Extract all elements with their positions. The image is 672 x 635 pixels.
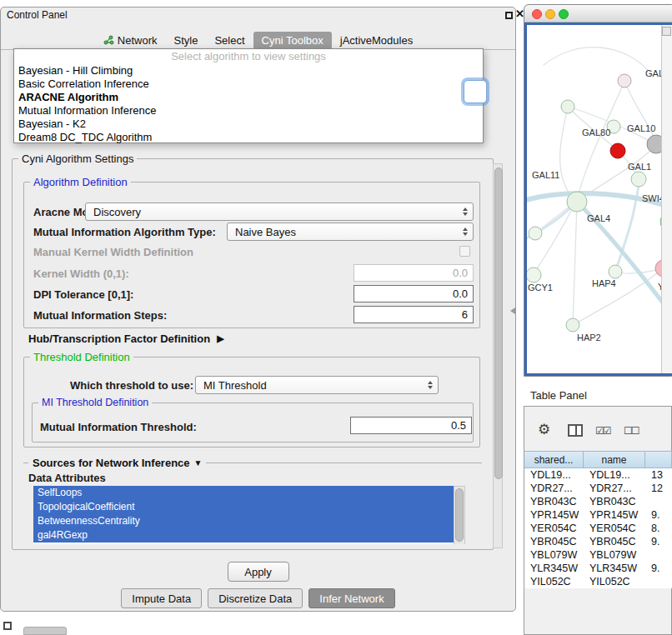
node-red[interactable] xyxy=(610,143,625,158)
network-graph-canvas[interactable]: GAL8 GAL80 GAL10 GAL11 GAL1 SWI4 GAL4 GC… xyxy=(527,25,662,373)
dpi-tolerance-field[interactable]: 0.0 xyxy=(354,285,474,302)
cell-name: YIL052C xyxy=(584,575,645,588)
menu-item[interactable]: Bayesian - K2 xyxy=(14,118,483,131)
chevron-right-icon: ▶ xyxy=(217,333,223,344)
apply-bar: Apply xyxy=(0,562,516,580)
zoom-traffic-icon[interactable] xyxy=(559,9,569,19)
table-row[interactable]: YER054C YER054C 8. xyxy=(524,522,672,535)
attribute-item-selected[interactable]: gal4RGexp xyxy=(33,528,459,542)
node[interactable] xyxy=(566,318,579,332)
apply-button[interactable]: Apply xyxy=(228,562,289,582)
select-all-columns-icon[interactable]: ☑☑ xyxy=(595,425,610,437)
cell-name: YLR345W xyxy=(584,562,645,575)
tab-network[interactable]: Network xyxy=(95,32,166,49)
mi-steps-field[interactable]: 6 xyxy=(354,306,474,323)
column-header-shared-name[interactable]: shared... xyxy=(524,451,584,468)
gear-icon[interactable]: ⚙ xyxy=(538,421,550,438)
node-label: GAL4 xyxy=(587,213,610,223)
which-threshold-select[interactable]: MI Threshold xyxy=(195,376,439,394)
node-label: GAL80 xyxy=(582,128,610,138)
algorithm-menu-placeholder: Select algorithm to view settings xyxy=(14,49,483,64)
tab-label: Select xyxy=(214,34,244,47)
aracne-mode-select[interactable]: Discovery xyxy=(85,202,474,221)
table-row[interactable]: YDL19... YDL19... 13 xyxy=(524,468,672,482)
tab-impute-data[interactable]: Impute Data xyxy=(121,588,202,608)
node-label: GAL8 xyxy=(645,68,662,78)
screen: Control Panel ✕ Network Style Select Cyn… xyxy=(0,0,672,635)
attribute-item-selected[interactable]: BetweennessCentrality xyxy=(33,514,459,528)
node[interactable] xyxy=(527,268,541,282)
sources-section-toggle[interactable]: Sources for Network Inference ▼ xyxy=(23,457,482,469)
mi-algorithm-type-select[interactable]: Naive Bayes xyxy=(227,222,474,241)
node[interactable] xyxy=(567,192,587,212)
node-label: SWI4 xyxy=(642,193,662,203)
attributes-scrollbar-thumb[interactable] xyxy=(455,488,464,542)
cell-shared-name: YDL19... xyxy=(524,468,584,482)
manual-kernel-width-checkbox xyxy=(459,246,470,257)
menu-item[interactable]: Basic Correlation Inference xyxy=(14,78,483,91)
network-icon xyxy=(103,35,114,45)
node-label: GAL11 xyxy=(532,170,559,180)
minimize-traffic-icon[interactable] xyxy=(545,9,555,19)
cell-value: 8. xyxy=(645,522,672,535)
menu-item[interactable]: Bayesian - Hill Climbing xyxy=(14,64,483,78)
tab-discretize-data[interactable]: Discretize Data xyxy=(208,588,303,608)
cell-value: 9. xyxy=(645,508,672,522)
node[interactable] xyxy=(618,74,631,88)
bottom-tabbar: Impute Data Discretize Data Infer Networ… xyxy=(0,588,516,608)
mi-threshold-field[interactable]: 0.5 xyxy=(350,417,472,434)
node[interactable] xyxy=(561,100,574,113)
node-gray[interactable] xyxy=(647,135,662,153)
network-scrollbar-button[interactable] xyxy=(662,27,671,36)
attribute-item-selected[interactable]: SelfLoops xyxy=(33,486,459,500)
panel-collapse-icon[interactable] xyxy=(510,308,515,314)
combo-arrows-icon xyxy=(463,228,468,236)
mi-threshold-label: Mutual Information Threshold: xyxy=(40,421,197,433)
network-vertical-scrollbar[interactable] xyxy=(661,25,672,373)
table-row[interactable]: YBR045C YBR045C 9. xyxy=(524,535,672,548)
table-row[interactable]: YLR345W YLR345W 9. xyxy=(524,562,672,575)
mi-algorithm-type-label: Mutual Information Algorithm Type: xyxy=(33,226,216,238)
menu-item-selected[interactable]: ARACNE Algorithm xyxy=(14,91,483,104)
deselect-all-columns-icon[interactable]: ☐☐ xyxy=(624,425,639,437)
column-header-cut[interactable] xyxy=(645,451,672,468)
algorithm-settings-button[interactable] xyxy=(464,80,487,103)
menu-item[interactable]: Dream8 DC_TDC Algorithm xyxy=(14,131,483,144)
chevron-down-icon: ▼ xyxy=(194,458,203,468)
tab-select[interactable]: Select xyxy=(206,32,253,49)
table-row[interactable]: YIL052C YIL052C xyxy=(524,575,672,588)
hub-section-label: Hub/Transcription Factor Definition xyxy=(28,332,210,345)
sources-title: Sources for Network Inference xyxy=(33,457,190,469)
cell-shared-name: YDR27... xyxy=(524,482,584,495)
table-row[interactable]: YBL079W YBL079W xyxy=(524,548,672,562)
manual-kernel-width-label: Manual Kernel Width Definition xyxy=(33,246,193,258)
attributes-scrollbar[interactable] xyxy=(454,486,465,544)
float-window-icon[interactable] xyxy=(3,622,12,630)
columns-icon[interactable] xyxy=(568,424,583,437)
table-row[interactable]: YDR27... YDR27... 12 xyxy=(524,482,672,495)
tab-style[interactable]: Style xyxy=(166,32,207,49)
cell-name: YDL19... xyxy=(584,468,645,482)
tab-jactivemodules[interactable]: jActiveModules xyxy=(332,32,421,49)
tab-label: Style xyxy=(174,34,198,47)
node[interactable] xyxy=(609,265,622,278)
tab-infer-network[interactable]: Infer Network xyxy=(308,588,394,608)
table-header-row: shared... name xyxy=(524,451,672,468)
attribute-item-selected[interactable]: TopologicalCoefficient xyxy=(33,500,459,514)
node[interactable] xyxy=(529,227,542,240)
aracne-mode-value: Discovery xyxy=(93,206,141,218)
node[interactable] xyxy=(631,172,646,187)
float-window-icon[interactable] xyxy=(505,12,513,19)
threshold-definition-title: Threshold Definition xyxy=(30,351,133,363)
settings-scrollbar[interactable] xyxy=(493,163,503,548)
close-traffic-icon[interactable] xyxy=(532,9,542,19)
settings-scrollbar-thumb[interactable] xyxy=(494,168,503,479)
mi-steps-value: 6 xyxy=(462,308,468,321)
menu-item[interactable]: Mutual Information Inference xyxy=(14,104,483,118)
tab-cyni-toolbox[interactable]: Cyni Toolbox xyxy=(253,32,332,49)
hub-section-toggle[interactable]: Hub/Transcription Factor Definition ▶ xyxy=(28,332,224,345)
table-row[interactable]: YBR043C YBR043C xyxy=(524,495,672,508)
table-row[interactable]: YPR145W YPR145W 9. xyxy=(524,508,672,522)
node-label: HAP4 xyxy=(592,278,616,288)
column-header-name[interactable]: name xyxy=(584,451,645,468)
